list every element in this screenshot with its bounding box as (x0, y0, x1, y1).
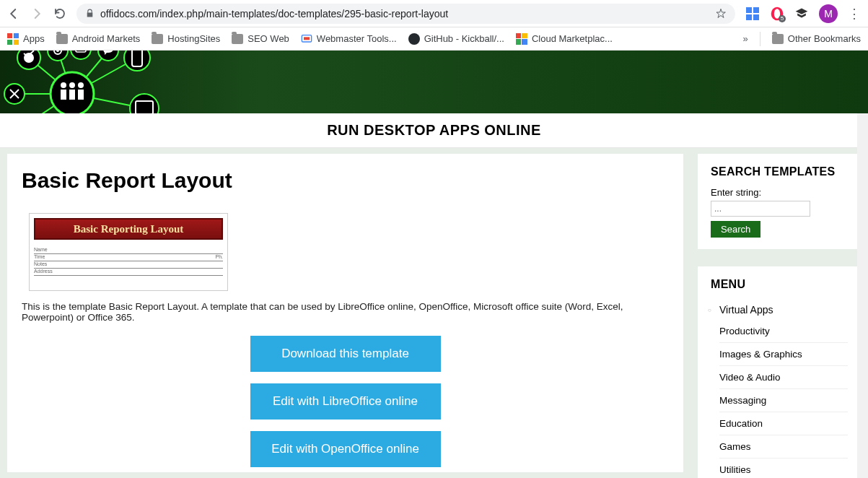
badge-count: 5 (779, 15, 786, 22)
bookmarks-overflow[interactable]: » (743, 33, 748, 44)
bookmark-webmaster-tools[interactable]: Webmaster Tools... (301, 33, 397, 45)
profile-avatar[interactable]: M (819, 4, 838, 23)
svg-point-31 (124, 51, 150, 71)
lock-icon (85, 9, 95, 18)
svg-rect-2 (746, 14, 752, 20)
site-banner (0, 51, 868, 113)
reload-button[interactable] (53, 7, 66, 20)
browser-toolbar: offidocs.com/index.php/main-templates/do… (0, 0, 868, 27)
chrome-menu-icon[interactable]: ⋮ (848, 6, 861, 22)
edit-libreoffice-button[interactable]: Edit with LibreOffice online (250, 383, 441, 420)
template-preview[interactable]: Basic Reporting Layout Name TimePh. Note… (29, 213, 228, 291)
extension-opera-icon[interactable]: 5 (770, 6, 784, 21)
banner-graphic (0, 51, 166, 113)
svg-rect-1 (753, 7, 759, 13)
page-title: Basic Report Layout (22, 168, 669, 193)
svg-point-17 (69, 82, 75, 88)
menu-title: MENU (711, 278, 848, 291)
svg-point-16 (61, 82, 66, 88)
forward-button[interactable] (30, 7, 43, 20)
menu-item-games[interactable]: Games (719, 435, 848, 459)
page-viewport: RUN DESKTOP APPS ONLINE Basic Report Lay… (0, 51, 868, 478)
bookmark-hostingsites[interactable]: HostingSites (152, 33, 220, 44)
menu-item-utilities[interactable]: Utilities (719, 459, 848, 478)
webmaster-icon (301, 33, 312, 45)
search-label: Enter string: (711, 187, 848, 198)
github-icon (408, 33, 420, 45)
url-text: offidocs.com/index.php/main-templates/do… (100, 8, 709, 19)
search-input[interactable] (711, 201, 810, 217)
edit-openoffice-button[interactable]: Edit with OpenOffice online (250, 431, 441, 467)
search-title: SEARCH TEMPLATES (711, 165, 848, 178)
svg-rect-0 (746, 7, 752, 13)
cloud-icon (516, 33, 527, 45)
main-content: Basic Report Layout Basic Reporting Layo… (7, 154, 683, 472)
menu-widget: MENU Virtual Apps Productivity Images & … (698, 266, 861, 478)
scrollbar[interactable] (857, 51, 868, 478)
menu-item-virtual-apps[interactable]: Virtual Apps (711, 300, 848, 320)
download-button[interactable]: Download this template (250, 336, 441, 372)
svg-point-18 (78, 82, 84, 88)
svg-rect-21 (78, 90, 84, 100)
apps-icon (7, 33, 19, 45)
sidebar: SEARCH TEMPLATES Enter string: Search ME… (698, 154, 861, 472)
search-button[interactable]: Search (711, 221, 760, 238)
svg-point-34 (130, 94, 159, 113)
menu-item-productivity[interactable]: Productivity (719, 320, 848, 343)
run-apps-bar: RUN DESKTOP APPS ONLINE (0, 113, 868, 148)
menu-item-education[interactable]: Education (719, 412, 848, 435)
address-bar[interactable]: offidocs.com/index.php/main-templates/do… (76, 4, 735, 24)
extension-grad-icon[interactable] (794, 6, 809, 21)
menu-item-messaging[interactable]: Messaging (719, 389, 848, 412)
search-widget: SEARCH TEMPLATES Enter string: Search (698, 154, 861, 249)
bookmarks-bar: Apps Android Markets HostingSites SEO We… (0, 27, 868, 51)
folder-icon (772, 34, 784, 44)
back-button[interactable] (7, 7, 20, 20)
preview-header: Basic Reporting Layout (34, 218, 223, 240)
svg-rect-20 (69, 90, 75, 100)
run-title: RUN DESKTOP APPS ONLINE (327, 122, 541, 139)
bookmark-other[interactable]: Other Bookmarks (772, 33, 861, 44)
extension-grid-icon[interactable] (745, 6, 760, 21)
bookmark-github[interactable]: GitHub - Kickball/... (408, 33, 504, 45)
template-description: This is the template Basic Report Layout… (22, 301, 669, 323)
bookmark-apps[interactable]: Apps (7, 33, 45, 45)
star-icon[interactable] (715, 8, 727, 19)
bookmark-android-markets[interactable]: Android Markets (56, 33, 141, 44)
svg-rect-7 (304, 37, 310, 40)
svg-point-24 (48, 51, 68, 61)
folder-icon (152, 34, 163, 44)
bookmark-cloud-marketplace[interactable]: Cloud Marketplac... (516, 33, 613, 45)
menu-item-video[interactable]: Video & Audio (719, 366, 848, 389)
svg-rect-19 (61, 90, 66, 100)
folder-icon (56, 34, 68, 44)
menu-item-images[interactable]: Images & Graphics (719, 343, 848, 366)
svg-rect-3 (753, 14, 759, 20)
bookmark-seo-web[interactable]: SEO Web (232, 33, 289, 44)
folder-icon (232, 34, 243, 44)
